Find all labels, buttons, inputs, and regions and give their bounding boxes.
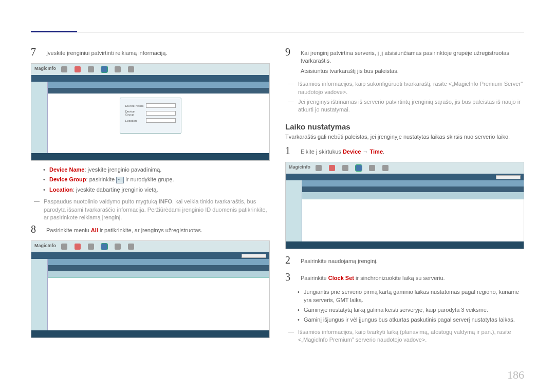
bullet-location: Location: įveskite dabartinę įrenginio v… [43,186,270,194]
red2: Time [370,148,383,155]
step-8: 8 Pasirinkite meniu All ir patikrinkite,… [31,223,270,235]
step-text: Įveskite įrenginiui patvirtinti reikiamą… [46,46,270,58]
bullet-device-name: Device Name: įveskite įrenginio pavadini… [43,166,270,174]
group-picker-icon [116,177,124,183]
step-number: 9 [285,46,294,75]
text-before: : pasirinkite [86,176,117,182]
red: Clock Set [328,275,354,281]
content-columns: 7 Įveskite įrenginiui patvirtinti reikia… [31,46,524,346]
post: ir patikrinkite, ar įrenginys užregistru… [98,227,202,233]
text: : įveskite įrenginio pavadinimą. [85,166,162,173]
text-after: ir nurodykite grupę. [124,176,174,182]
label: Location [49,186,73,193]
t1: Paspaudus nuotolinio valdymo pulto mygtu… [44,198,159,204]
bullet-device-group: Device Group: pasirinkite ir nurodykite … [43,176,270,183]
note-dash: ― [34,198,40,221]
time-bullets: Jungiantis prie serverio pirmą kartą gam… [298,288,524,324]
label: Device Name [49,166,85,173]
app-logo-text: MagicInfo [34,243,56,248]
red: All [91,227,98,233]
post: . [383,148,384,155]
note-body: Paspaudus nuotolinio valdymo pulto mygtu… [44,198,270,221]
step-7: 7 Įveskite įrenginiui patvirtinti reikia… [31,46,270,58]
step-number: 7 [31,46,40,58]
screenshot-time-tab: MagicInfo [285,162,524,249]
note-time-manual: ― Išsamios informacijos, kaip tvarkyti l… [285,328,524,344]
step-text: Pasirinkite meniu All ir patikrinkite, a… [46,223,270,235]
note-dash: ― [288,328,294,344]
pre: Pasirinkite [301,275,328,281]
header-accent [31,31,77,32]
step-text: Kai įrenginį patvirtina serveris, į jį a… [301,46,524,75]
line2: Atsisiuntus tvarkaraštį jis bus paleista… [301,67,524,75]
app-logo-text: MagicInfo [289,164,310,170]
pre: Eikite į skirtukus [301,148,343,155]
header-rule [31,32,524,32]
step-3: 3 Pasirinkite Clock Set ir sinchronizuok… [285,271,524,283]
text: : įveskite dabartinę įrenginio vietą. [73,186,158,193]
note-body: Jei įrenginys ištrinamas iš serverio pat… [298,98,524,114]
step-9: 9 Kai įrenginį patvirtina serveris, į jį… [285,46,524,75]
screenshot-all-list: MagicInfo [31,240,270,338]
line1: Kai įrenginį patvirtina serveris, į jį a… [301,49,524,65]
step-text: Pasirinkite Clock Set ir sinchronizuokit… [301,271,524,283]
left-column: 7 Įveskite įrenginiui patvirtinti reikia… [31,46,270,346]
bullet-gmt: Jungiantis prie serverio pirmą kartą gam… [298,288,524,304]
step-number: 1 [285,145,294,157]
step-number: 8 [31,223,40,235]
step-number: 3 [285,271,294,283]
app-logo-text: MagicInfo [34,66,56,71]
section-title-time: Laiko nustatymas [285,122,524,131]
pre: Pasirinkite meniu [46,227,91,233]
bullet-restore: Gaminį išjungus ir vėl įjungus bus atkur… [298,316,524,324]
note-info-button: ― Paspaudus nuotolinio valdymo pulto myg… [31,198,270,221]
step-text: Pasirinkite naudojamą įrenginį. [301,254,524,266]
note-dash: ― [288,80,294,96]
note-config-manual: ― Išsamios informacijos, kaip sukonfigūr… [285,80,524,96]
note-dash: ― [288,98,294,114]
right-column: 9 Kai įrenginį patvirtina serveris, į jį… [285,46,524,346]
page-number: 186 [507,368,524,382]
note-device-deleted: ― Jei įrenginys ištrinamas iš serverio p… [285,98,524,114]
arrow: → [361,148,369,155]
approval-dialog: Device Name Device Group Location [120,98,181,134]
note-body: Išsamios informacijos, kaip sukonfigūruo… [298,80,524,96]
section-intro: Tvarkaraštis gali nebūti paleistas, jei … [285,133,524,141]
post: ir sinchronizuokite laiką su serveriu. [354,275,445,281]
bullet-change-server: Gaminyje nustatytą laiką galima keisti s… [298,306,524,314]
step-1: 1 Eikite į skirtukus Device → Time. [285,145,524,157]
label: Device Group [49,176,86,182]
bold: INFO [159,198,172,204]
step-2: 2 Pasirinkite naudojamą įrenginį. [285,254,524,266]
screenshot-approval-dialog: MagicInfo Device Name Device Group Locat… [31,63,270,161]
field-bullets: Device Name: įveskite įrenginio pavadini… [43,166,270,194]
red1: Device [343,148,361,155]
note-body: Išsamios informacijos, kaip tvarkyti lai… [298,328,524,344]
step-number: 2 [285,254,294,266]
step-text: Eikite į skirtukus Device → Time. [301,145,524,157]
